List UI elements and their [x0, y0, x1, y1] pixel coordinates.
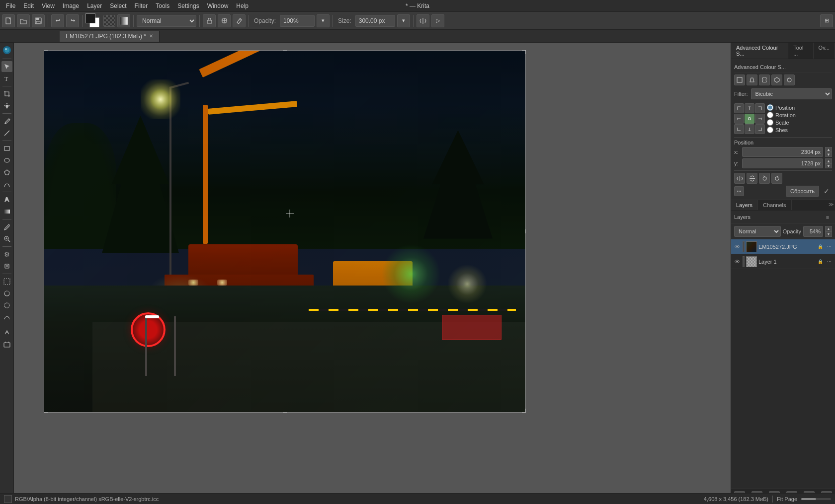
layer-more-em105272[interactable]: ⋯	[825, 243, 833, 251]
x-spin-up[interactable]: ▲	[825, 147, 832, 152]
crop-tool[interactable]	[1, 88, 12, 99]
confirm-button[interactable]: ✓	[821, 186, 832, 197]
nav-bl[interactable]	[734, 124, 744, 134]
rotate-cw-btn[interactable]	[771, 173, 782, 184]
canvas-image[interactable]	[44, 50, 526, 413]
y-spin-down[interactable]: ▼	[825, 163, 832, 168]
status-icon[interactable]	[4, 495, 12, 503]
menu-edit[interactable]: Edit	[19, 1, 38, 10]
x-spin-down[interactable]: ▼	[825, 152, 832, 157]
similar-color-selection-tool[interactable]	[1, 300, 12, 311]
radio-shes[interactable]: Shes	[767, 127, 796, 133]
layer-alpha-em105272[interactable]	[743, 241, 745, 252]
layer-more-layer1[interactable]: ⋯	[825, 258, 833, 266]
opacity-arrow[interactable]: ▾	[317, 14, 330, 27]
transform-btn-rect[interactable]	[734, 74, 745, 85]
opacity-input[interactable]	[280, 15, 315, 27]
lock-alpha-button[interactable]	[203, 14, 216, 27]
wrap-around-button[interactable]: ⊞	[820, 14, 833, 27]
y-position-input[interactable]	[742, 158, 823, 168]
foreground-color-swatch[interactable]	[85, 13, 95, 23]
layer-item-layer1[interactable]: 👁 Layer 1 🔒 ⋯	[731, 254, 835, 269]
menu-tools[interactable]: Tools	[152, 1, 173, 10]
bezier-tool[interactable]	[1, 179, 12, 190]
line-tool[interactable]	[1, 128, 12, 139]
gradient-tool[interactable]	[1, 206, 12, 217]
size-input[interactable]	[355, 15, 395, 27]
assistant-tool[interactable]	[1, 339, 12, 350]
layers-expand-btn[interactable]: ≫	[827, 200, 835, 208]
flip-h-btn[interactable]	[734, 173, 745, 184]
layer-blend-select[interactable]: Normal	[734, 226, 781, 237]
open-file-button[interactable]	[17, 14, 30, 27]
zoom-slider[interactable]	[801, 498, 831, 500]
mirror-v-button[interactable]: ▷	[431, 14, 444, 27]
fill-tool[interactable]	[1, 194, 12, 205]
layer-eye-em105272[interactable]: 👁	[733, 243, 741, 251]
nav-ml[interactable]	[734, 114, 744, 124]
freehand-brush-tool[interactable]	[1, 116, 12, 127]
nav-tl[interactable]	[734, 103, 744, 113]
opacity-input[interactable]	[803, 226, 823, 237]
menu-settings[interactable]: Settings	[173, 1, 203, 10]
transform-btn-liquify[interactable]	[784, 74, 795, 85]
nav-tr[interactable]	[755, 103, 765, 113]
opacity-down[interactable]: ▼	[825, 231, 832, 237]
nav-br[interactable]	[755, 124, 765, 134]
radio-position[interactable]: Position	[767, 104, 796, 111]
canvas-area[interactable]	[14, 43, 731, 504]
pattern-button[interactable]	[103, 15, 115, 27]
nav-tc[interactable]	[745, 103, 754, 113]
overview-tab[interactable]: Ov...	[814, 43, 835, 59]
transform-btn-warp[interactable]	[759, 74, 770, 85]
x-position-input[interactable]	[742, 147, 823, 157]
tool-options-tab[interactable]: Tool ...	[788, 43, 813, 59]
menu-select[interactable]: Select	[106, 1, 130, 10]
text-tool[interactable]: T	[1, 73, 12, 84]
zoom-tool[interactable]	[1, 233, 12, 244]
filter-select[interactable]: Bicubic	[751, 88, 833, 99]
layer-item-em105272[interactable]: 👁 EM105272.JPG 🔒 ⋯	[731, 239, 835, 254]
ellipse-tool[interactable]	[1, 155, 12, 166]
radio-rotation[interactable]: Rotation	[767, 112, 796, 118]
multibrush-tool[interactable]: ⚙	[1, 249, 12, 260]
nav-center[interactable]	[745, 114, 754, 124]
opacity-up[interactable]: ▲	[825, 226, 832, 231]
enclose-fill-tool[interactable]	[1, 276, 12, 287]
smart-patch-tool[interactable]	[1, 261, 12, 272]
save-file-button[interactable]	[32, 14, 45, 27]
layer-lock-em105272[interactable]: 🔒	[816, 243, 824, 251]
size-arrow[interactable]: ▾	[397, 14, 410, 27]
nav-mr[interactable]	[755, 114, 765, 124]
layers-settings-btn[interactable]: ≡	[823, 213, 832, 221]
layers-tab[interactable]: Layers	[731, 200, 758, 210]
pointer-tool[interactable]	[1, 61, 12, 72]
menu-image[interactable]: Image	[59, 1, 83, 10]
flip-v-btn[interactable]	[747, 173, 757, 184]
menu-filter[interactable]: Filter	[131, 1, 152, 10]
erase-button[interactable]	[233, 14, 246, 27]
magnetic-selection-tool[interactable]	[1, 327, 12, 338]
channels-tab[interactable]: Channels	[758, 200, 791, 210]
contiguous-selection-tool[interactable]	[1, 288, 12, 299]
radio-scale[interactable]: Scale	[767, 119, 796, 126]
extra-options-btn[interactable]	[734, 186, 744, 196]
menu-file[interactable]: File	[2, 1, 19, 10]
y-spin-up[interactable]: ▲	[825, 158, 832, 163]
layer-alpha-layer1[interactable]	[743, 256, 745, 267]
rotate-ccw-btn[interactable]	[759, 173, 770, 184]
rect-tool[interactable]	[1, 143, 12, 154]
inherit-alpha-button[interactable]	[218, 14, 231, 27]
menu-window[interactable]: Window	[203, 1, 233, 10]
reset-button[interactable]: Сбросить	[786, 186, 819, 197]
transform-btn-cage[interactable]	[771, 74, 782, 85]
move-tool[interactable]	[1, 100, 12, 111]
eyedropper-tool[interactable]	[1, 221, 12, 232]
menu-help[interactable]: Help	[232, 1, 252, 10]
menu-layer[interactable]: Layer	[83, 1, 106, 10]
new-file-button[interactable]	[2, 14, 15, 27]
menu-view[interactable]: View	[38, 1, 59, 10]
redo-button[interactable]: ↪	[66, 14, 79, 27]
nav-bc[interactable]	[745, 124, 754, 134]
advanced-colour-tab[interactable]: Advanced Colour S...	[731, 43, 788, 59]
